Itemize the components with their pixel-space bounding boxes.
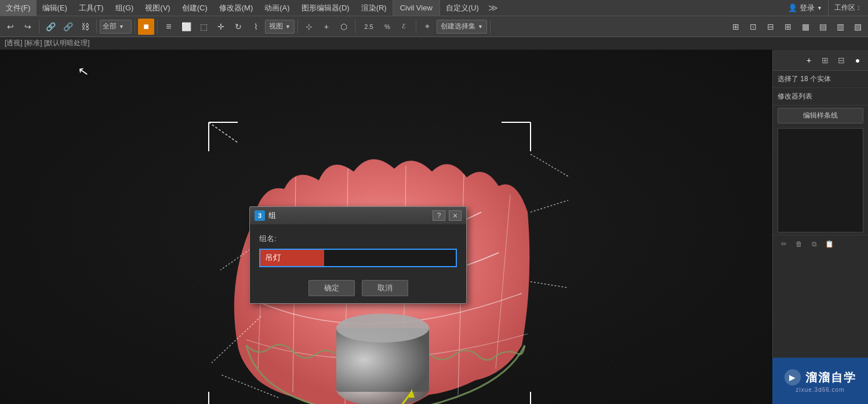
group-dialog[interactable]: 3 组 ? × 组名: <box>249 206 467 304</box>
dialog-close-button[interactable]: × <box>449 210 462 221</box>
trash-icon[interactable]: 🗑 <box>793 238 805 250</box>
num-button-1[interactable]: 2.5 <box>358 19 379 35</box>
dialog-titlebar: 3 组 ? × <box>250 207 466 224</box>
menu-create[interactable]: 创建(C) <box>176 0 213 16</box>
toolbar-separator-6 <box>355 20 355 34</box>
svg-line-21 <box>531 195 568 212</box>
edit-spline-button[interactable]: 编辑样条线 <box>778 108 863 123</box>
menu-group[interactable]: 组(G) <box>110 0 140 16</box>
menu-modifier[interactable]: 修改器(M) <box>213 0 259 16</box>
toolbar-separator-4 <box>157 20 158 34</box>
dialog-footer: 确定 取消 <box>250 274 466 303</box>
dialog-title: 组 <box>268 210 429 221</box>
toolbar-separator-1 <box>39 20 39 34</box>
user-icon: 👤 <box>788 3 797 12</box>
svg-line-20 <box>531 154 568 183</box>
menu-view[interactable]: 视图(V) <box>139 0 176 16</box>
watermark-play-icon: ▶ <box>785 369 801 385</box>
right-tool-4[interactable]: ⊞ <box>780 19 796 35</box>
menu-animation[interactable]: 动画(A) <box>259 0 295 16</box>
dialog-field-label: 组名: <box>259 234 457 244</box>
right-tool-3[interactable]: ⊟ <box>762 19 779 35</box>
unlink-button[interactable]: 🔗 <box>60 19 76 35</box>
workarea-label: 工作区： <box>829 3 868 13</box>
viewport[interactable]: ↖ 3 组 ? × 组名: <box>0 50 772 404</box>
rp-layout1-icon[interactable]: ⊞ <box>818 53 832 67</box>
breadcrumb: [透视] [标准] [默认明暗处理] <box>0 37 868 50</box>
rp-layout2-icon[interactable]: ⊟ <box>834 53 848 67</box>
create-selection-set[interactable]: 创建选择集 ▼ <box>437 20 487 34</box>
dialog-app-icon: 3 <box>255 210 265 221</box>
right-tool-5[interactable]: ▦ <box>797 19 813 35</box>
menu-bar: 文件(F) 编辑(E) 工具(T) 组(G) 视图(V) 创建(C) 修改器(M… <box>0 0 868 16</box>
modifier-list-label: 修改器列表 <box>773 88 868 105</box>
paste-modifier-icon[interactable]: 📋 <box>823 238 836 250</box>
num-button-3[interactable]: ℰ <box>395 19 413 35</box>
selection-set-arrow-icon: ▼ <box>478 24 483 30</box>
toolbar-separator-5 <box>297 20 298 34</box>
bind-button[interactable]: ⛓ <box>77 19 93 35</box>
toolbar-separator-8 <box>490 20 491 34</box>
snap-button[interactable]: + <box>318 19 335 35</box>
move-button[interactable]: ✛ <box>213 19 229 35</box>
right-panel: + ⊞ ⊟ ● 选择了 18 个实体 修改器列表 编辑样条线 ✏ 🗑 ⧉ 📋 ▶… <box>772 50 868 404</box>
menu-edit[interactable]: 编辑(E) <box>37 0 73 16</box>
menu-tools[interactable]: 工具(T) <box>73 0 110 16</box>
right-panel-top: + ⊞ ⊟ ● <box>773 50 868 71</box>
right-tool-7[interactable]: ▥ <box>832 19 848 35</box>
right-tool-2[interactable]: ⊡ <box>745 19 761 35</box>
watermark: ▶ 溜溜自学 zixue.3d66.com <box>772 358 868 404</box>
menu-graph-editor[interactable]: 图形编辑器(D) <box>296 0 355 16</box>
dialog-cancel-button[interactable]: 取消 <box>362 280 408 296</box>
toolbar-separator-7 <box>416 20 416 34</box>
toolbar-separator-2 <box>96 20 97 34</box>
right-tool-1[interactable]: ⊞ <box>728 19 744 35</box>
user-login-btn[interactable]: 👤 登录 ▼ <box>782 0 829 16</box>
copy-modifier-icon[interactable]: ⧉ <box>808 238 820 250</box>
dropdown-arrow-icon: ▼ <box>817 5 822 11</box>
mirror-button[interactable]: ⬡ <box>336 19 352 35</box>
lasso-button[interactable]: ⌇ <box>248 19 264 35</box>
rp-plus-icon[interactable]: + <box>802 53 816 67</box>
main-area: ↖ 3 组 ? × 组名: <box>0 50 868 404</box>
menu-render[interactable]: 渲染(R) <box>355 0 393 16</box>
redo-button[interactable]: ↪ <box>20 19 36 35</box>
menu-customize[interactable]: 自定义(U) <box>440 0 485 16</box>
modifier-bottom-icons: ✏ 🗑 ⧉ 📋 <box>773 235 868 253</box>
svg-line-17 <box>209 122 238 143</box>
viewport-dropdown[interactable]: 视图 ▼ <box>265 20 295 34</box>
dialog-body: 组名: <box>250 224 466 274</box>
align-button[interactable]: ≡ <box>161 19 177 35</box>
dialog-help-button[interactable]: ? <box>433 210 445 221</box>
num-button-2[interactable]: % <box>380 19 394 35</box>
svg-point-8 <box>336 314 429 343</box>
active-box-button[interactable]: ■ <box>138 19 154 35</box>
rp-circle-icon[interactable]: ● <box>851 53 865 67</box>
menu-file[interactable]: 文件(F) <box>0 0 37 16</box>
viewport-dropdown-arrow-icon: ▼ <box>285 24 290 30</box>
selection-set-dropdown[interactable]: 全部 ▼ <box>100 20 132 34</box>
edit-mode-button[interactable]: ⌖ <box>419 19 435 35</box>
pencil-icon[interactable]: ✏ <box>778 238 790 250</box>
toolbar-separator-3 <box>135 20 135 34</box>
dialog-group-name-input-right[interactable] <box>324 250 456 266</box>
watermark-subtitle: zixue.3d66.com <box>796 387 844 393</box>
dialog-group-name-input-left[interactable] <box>260 250 324 266</box>
right-tool-8[interactable]: ▧ <box>849 19 866 35</box>
rotate-button[interactable]: ↻ <box>230 19 246 35</box>
toolbar: ↩ ↪ 🔗 🔗 ⛓ 全部 ▼ ■ ≡ ⬜ ⬚ ✛ ↻ ⌇ 视图 ▼ ⊹ + ⬡ … <box>0 16 868 37</box>
right-tool-6[interactable]: ▤ <box>815 19 831 35</box>
circle-sel-button[interactable]: ⬚ <box>195 19 212 35</box>
undo-button[interactable]: ↩ <box>2 19 19 35</box>
entity-count-label: 选择了 18 个实体 <box>773 71 868 88</box>
link-button[interactable]: 🔗 <box>42 19 59 35</box>
svg-line-22 <box>531 282 568 293</box>
dialog-input-wrapper <box>259 249 457 267</box>
rect-sel-button[interactable]: ⬜ <box>178 19 194 35</box>
menu-civil-view[interactable]: Civil View <box>393 0 440 16</box>
dialog-confirm-button[interactable]: 确定 <box>308 280 355 296</box>
dropdown-chevron-icon: ▼ <box>119 24 124 30</box>
watermark-title: 溜溜自学 <box>805 370 856 385</box>
pivot-button[interactable]: ⊹ <box>301 19 317 35</box>
modifier-preview <box>778 128 863 232</box>
